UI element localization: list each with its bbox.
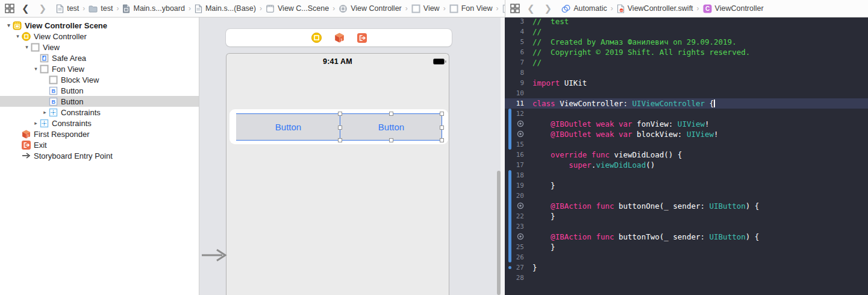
breadcrumb-test[interactable]: test bbox=[56, 4, 79, 13]
line-number[interactable]: 23 bbox=[508, 221, 524, 232]
code-line-7[interactable]: 7// bbox=[505, 57, 868, 68]
code-line-5[interactable]: 5// Created by Алмаз Фанилевич on 29.09.… bbox=[505, 37, 868, 47]
breadcrumb-view-c-scene[interactable]: View C...Scene bbox=[266, 4, 329, 13]
outline-row-view-controller-scene[interactable]: ▾View Controller Scene bbox=[0, 20, 199, 31]
first-responder-icon[interactable]: 1 bbox=[334, 33, 345, 43]
breadcrumb-fon-view[interactable]: Fon View bbox=[449, 4, 493, 13]
line-number[interactable]: 17 bbox=[508, 160, 524, 170]
disclosure-triangle[interactable]: ▸ bbox=[41, 109, 49, 115]
related-items-icon[interactable] bbox=[5, 4, 14, 13]
breadcrumb-test[interactable]: test bbox=[89, 4, 113, 13]
line-number[interactable]: 8 bbox=[508, 68, 524, 78]
code-line-10[interactable]: 10 bbox=[505, 88, 868, 98]
breadcrumb-view[interactable]: View bbox=[411, 4, 440, 13]
line-number[interactable]: 20 bbox=[508, 191, 524, 201]
line-number[interactable]: 3 bbox=[508, 17, 524, 27]
code-line-25[interactable]: 25 } bbox=[505, 242, 868, 252]
line-number[interactable]: 10 bbox=[508, 88, 524, 98]
line-number[interactable]: 7 bbox=[508, 57, 524, 68]
resize-handle-bottom-right[interactable] bbox=[440, 138, 444, 142]
breadcrumb-main-s-base[interactable]: Main.s...(Base) bbox=[195, 4, 256, 13]
line-number[interactable]: 6 bbox=[508, 47, 524, 57]
outline-row-first-responder[interactable]: 1First Responder bbox=[0, 128, 199, 139]
disclosure-triangle[interactable]: ▾ bbox=[5, 22, 13, 28]
outline-row-button[interactable]: BButton bbox=[0, 85, 199, 96]
code-line-3[interactable]: 3// test bbox=[505, 17, 868, 27]
fon-view[interactable]: Button Button bbox=[229, 109, 448, 144]
breadcrumb-main-s-yboard[interactable]: Main.s...yboard bbox=[122, 4, 184, 13]
resize-handle-mid-right[interactable] bbox=[440, 125, 444, 130]
line-number[interactable]: 27 bbox=[508, 262, 524, 273]
outline-row-block-view[interactable]: Block View bbox=[0, 74, 199, 85]
code-line-11[interactable]: 11class ViewController: UIViewController… bbox=[505, 98, 868, 109]
outline-row-exit[interactable]: Exit bbox=[0, 139, 199, 150]
resize-handle-top-center[interactable] bbox=[389, 112, 393, 116]
exit-icon[interactable] bbox=[357, 33, 367, 43]
pane-splitter[interactable] bbox=[501, 17, 505, 295]
forward-button[interactable]: ❯ bbox=[39, 4, 47, 13]
line-number[interactable]: 4 bbox=[508, 27, 524, 37]
code-line-16[interactable]: 16 override func viewDidLoad() { bbox=[505, 150, 868, 160]
code-line-12[interactable]: 12 bbox=[505, 109, 868, 119]
storyboard-entry-point-arrow[interactable] bbox=[201, 249, 227, 262]
code-line-26[interactable]: 26 bbox=[505, 252, 868, 262]
code-line-8[interactable]: 8 bbox=[505, 68, 868, 78]
resize-handle-bottom-center[interactable] bbox=[389, 138, 393, 142]
outline-row-view-controller[interactable]: ▾View Controller bbox=[0, 31, 199, 42]
line-number[interactable]: 26 bbox=[508, 252, 524, 262]
forward-button[interactable]: ❯ bbox=[545, 4, 552, 13]
code-line-17[interactable]: 17 super.viewDidLoad() bbox=[505, 160, 868, 170]
code-line-21[interactable]: @IBAction func buttonOne(_ sender: UIBut… bbox=[505, 201, 868, 211]
back-button[interactable]: ❮ bbox=[527, 4, 535, 13]
line-number[interactable]: 18 bbox=[508, 170, 524, 180]
connection-well-icon[interactable] bbox=[508, 119, 524, 129]
connection-well-icon[interactable] bbox=[508, 201, 524, 211]
canvas-scrollbar[interactable] bbox=[497, 171, 501, 295]
outline-row-button[interactable]: BButton bbox=[0, 96, 199, 107]
code-line-14[interactable]: @IBOutlet weak var blockView: UIView! bbox=[505, 129, 868, 139]
code-line-19[interactable]: 19 } bbox=[505, 180, 868, 191]
code-line-4[interactable]: 4// bbox=[505, 27, 868, 37]
outline-row-fon-view[interactable]: ▾Fon View bbox=[0, 63, 199, 74]
connection-well-icon[interactable] bbox=[508, 129, 524, 139]
code-line-27[interactable]: 27} bbox=[505, 262, 868, 273]
breadcrumb-view-controller[interactable]: View Controller bbox=[339, 4, 402, 13]
button-one[interactable]: Button bbox=[236, 114, 340, 140]
related-items-icon[interactable] bbox=[510, 4, 520, 13]
resize-handle-bottom-left[interactable] bbox=[338, 138, 342, 142]
outline-row-constraints[interactable]: ▸Constraints bbox=[0, 107, 199, 118]
code-line-6[interactable]: 6// Copyright © 2019 Shift. All rights r… bbox=[505, 47, 868, 57]
button-two-selected[interactable]: Button bbox=[340, 114, 442, 140]
code-line-22[interactable]: 22 } bbox=[505, 211, 868, 221]
back-button[interactable]: ❮ bbox=[22, 4, 30, 13]
code-line-24[interactable]: @IBAction func buttonTwo(_ sender: UIBut… bbox=[505, 232, 868, 242]
line-number[interactable]: 16 bbox=[508, 150, 524, 160]
disclosure-triangle[interactable]: ▸ bbox=[32, 120, 40, 126]
device-view[interactable]: 9:41 AM Button Button bbox=[226, 53, 449, 295]
line-number[interactable]: 5 bbox=[508, 37, 524, 47]
line-number[interactable]: 9 bbox=[508, 78, 524, 88]
breadcrumb-viewcontroller[interactable]: CViewController bbox=[703, 4, 764, 13]
line-number[interactable]: 11 bbox=[508, 98, 524, 109]
line-number[interactable]: 28 bbox=[508, 273, 524, 283]
code-line-9[interactable]: 9import UIKit bbox=[505, 78, 868, 88]
outline-row-storyboard-entry-point[interactable]: Storyboard Entry Point bbox=[0, 150, 199, 161]
code-line-18[interactable]: 18 bbox=[505, 170, 868, 180]
source-editor[interactable]: 3// test4//5// Created by Алмаз Фанилеви… bbox=[505, 17, 868, 295]
connection-well-icon[interactable] bbox=[508, 232, 524, 242]
outline-row-constraints[interactable]: ▸Constraints bbox=[0, 118, 199, 128]
resize-handle-top-left[interactable] bbox=[338, 112, 342, 116]
breadcrumb-automatic[interactable]: Automatic bbox=[561, 4, 607, 13]
code-line-20[interactable]: 20 bbox=[505, 191, 868, 201]
disclosure-triangle[interactable]: ▾ bbox=[14, 33, 22, 39]
disclosure-triangle[interactable]: ▾ bbox=[23, 44, 31, 50]
breadcrumb-viewcontroller-swift[interactable]: ViewController.swift bbox=[617, 4, 693, 13]
disclosure-triangle[interactable]: ▾ bbox=[32, 66, 40, 72]
line-number[interactable]: 22 bbox=[508, 211, 524, 221]
view-controller-icon[interactable] bbox=[311, 33, 322, 43]
code-line-23[interactable]: 23 bbox=[505, 221, 868, 232]
line-number[interactable]: 19 bbox=[508, 180, 524, 191]
outline-row-safe-area[interactable]: Safe Area bbox=[0, 52, 199, 63]
resize-handle-mid-left[interactable] bbox=[338, 125, 342, 130]
code-line-15[interactable]: 15 bbox=[505, 139, 868, 150]
